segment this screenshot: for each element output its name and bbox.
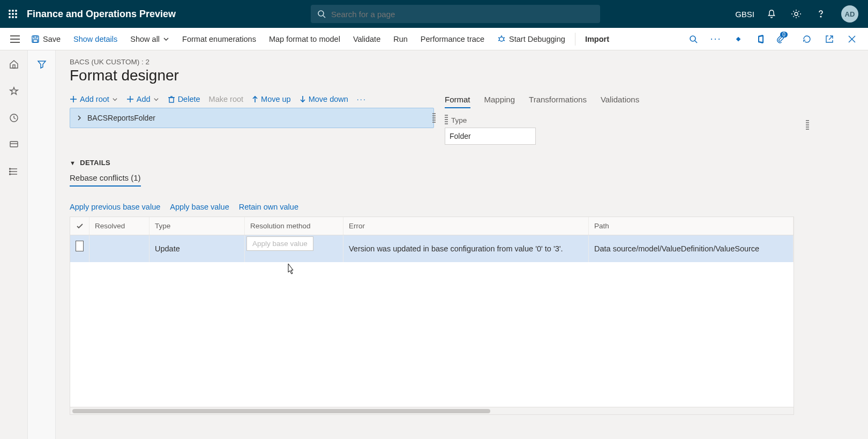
column-method[interactable]: Resolution method [245,217,343,235]
svg-rect-27 [736,36,740,41]
retain-own-value-button[interactable]: Retain own value [239,203,298,211]
show-all-button[interactable]: Show all [124,28,176,50]
tab-validations[interactable]: Validations [601,95,639,108]
action-search-icon[interactable] [686,32,701,47]
svg-point-12 [820,16,821,17]
start-debugging-button[interactable]: Start Debugging [491,28,572,50]
add-button[interactable]: Add [126,95,159,103]
close-icon[interactable] [844,32,859,47]
right-panel-tabs: Format Mapping Transformations Validatio… [445,92,809,108]
tree-toolbar: Add root Add Delete Make root [70,92,434,108]
app-title: Finance and Operations Preview [27,9,176,20]
gear-icon[interactable] [789,6,804,21]
apply-previous-base-button[interactable]: Apply previous base value [70,203,160,211]
svg-rect-30 [13,65,15,68]
move-down-button[interactable]: Move down [300,95,348,103]
save-label: Save [43,35,61,43]
svg-rect-44 [169,98,174,102]
recent-icon[interactable] [6,110,21,125]
svg-point-9 [318,11,324,16]
horizontal-scrollbar[interactable] [70,407,794,414]
expand-icon[interactable] [77,115,82,121]
waffle-icon[interactable] [5,6,20,21]
svg-point-2 [15,10,17,12]
make-root-button: Make root [209,95,243,103]
property-type-value[interactable]: Folder [445,128,536,145]
diamond-icon[interactable] [731,32,746,47]
tab-format[interactable]: Format [445,95,470,108]
splitter-handle-icon[interactable] [432,113,436,124]
search-input[interactable] [331,10,594,19]
show-details-button[interactable]: Show details [67,28,124,50]
svg-line-24 [504,40,505,41]
column-resolved[interactable]: Resolved [89,217,149,235]
tree-node-root[interactable]: BACSReportsFolder [70,108,434,128]
svg-point-37 [9,168,10,169]
select-all-checkbox[interactable] [70,217,89,235]
workspace-icon[interactable] [6,137,21,152]
move-up-button[interactable]: Move up [252,95,291,103]
validate-button[interactable]: Validate [347,28,387,50]
details-section-header[interactable]: ▼ DETAILS [70,159,868,167]
svg-line-26 [695,41,697,43]
add-root-button[interactable]: Add root [70,95,118,103]
attachments-button[interactable]: 0 [776,34,792,44]
apply-base-value-button[interactable]: Apply base value [170,203,229,211]
svg-line-23 [498,40,499,41]
user-avatar[interactable]: AD [841,5,858,23]
global-nav-bar: Finance and Operations Preview GBSI AD [0,0,868,28]
column-type[interactable]: Type [149,217,245,235]
delete-button[interactable]: Delete [168,95,200,103]
home-icon[interactable] [6,57,21,72]
global-search-box[interactable] [311,5,600,23]
refresh-icon[interactable] [799,32,814,47]
filter-icon[interactable] [34,57,49,72]
svg-point-1 [12,10,14,12]
tree-more-icon[interactable]: ··· [357,95,366,103]
grip-icon[interactable] [445,115,448,125]
svg-point-6 [9,16,11,18]
right-splitter-icon[interactable] [806,120,809,131]
svg-point-7 [12,16,14,18]
svg-point-8 [15,16,17,18]
map-format-button[interactable]: Map format to model [263,28,347,50]
property-type-label: Type [445,115,809,125]
svg-line-22 [504,38,505,38]
office-icon[interactable] [753,32,768,47]
table-row[interactable]: Update Version was updated in base confi… [70,235,794,262]
attachment-count-badge: 0 [780,32,788,38]
save-button[interactable]: Save [25,28,67,50]
bell-icon[interactable] [764,6,779,21]
svg-point-4 [12,13,14,15]
performance-trace-button[interactable]: Performance trace [414,28,491,50]
collapse-icon: ▼ [70,160,76,166]
left-nav-rail [0,50,28,439]
row-checkbox[interactable] [76,241,84,251]
tab-rebase-conflicts[interactable]: Rebase conflicts (1) [70,173,141,187]
overflow-icon[interactable]: ··· [708,32,723,47]
import-button[interactable]: Import [579,28,616,50]
tab-mapping[interactable]: Mapping [484,95,515,108]
format-enumerations-button[interactable]: Format enumerations [176,28,263,50]
breadcrumb: BACS (UK CUSTOM) : 2 [70,58,868,66]
legal-entity-label[interactable]: GBSI [735,10,754,19]
svg-line-21 [498,38,499,38]
cell-error: Version was updated in base configuratio… [343,235,589,262]
help-icon[interactable] [813,6,828,21]
svg-point-25 [690,36,695,41]
popout-icon[interactable] [822,32,837,47]
modules-icon[interactable] [6,164,21,179]
svg-point-5 [15,13,17,15]
svg-point-39 [9,174,10,175]
svg-line-10 [323,16,325,18]
action-bar: Save Show details Show all Format enumer… [0,28,868,50]
cell-type: Update [149,235,245,262]
conflicts-grid: Resolved Type Resolution method Error Pa… [70,217,794,415]
tab-transformations[interactable]: Transformations [529,95,587,108]
run-button[interactable]: Run [387,28,414,50]
column-error[interactable]: Error [343,217,589,235]
star-icon[interactable] [6,84,21,99]
svg-point-19 [499,37,504,41]
column-path[interactable]: Path [589,217,794,235]
nav-pane-toggle-icon[interactable] [5,32,25,47]
